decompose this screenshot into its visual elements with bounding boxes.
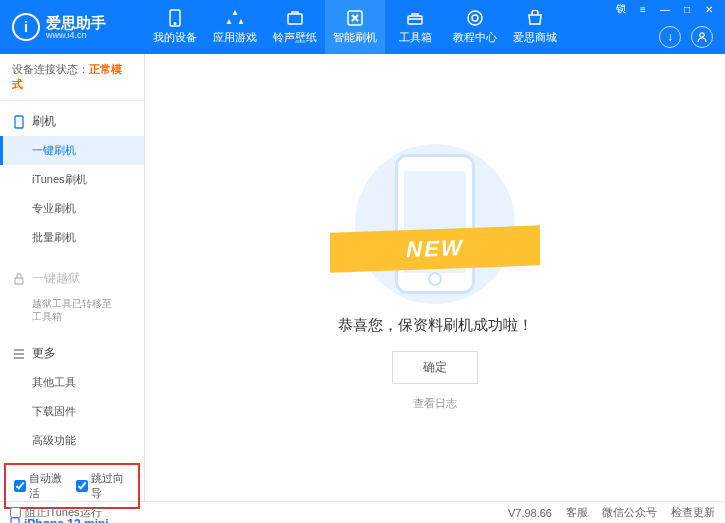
- svg-point-5: [468, 11, 482, 25]
- nav-flash[interactable]: 智能刷机: [325, 0, 385, 54]
- nav-my-device[interactable]: 我的设备: [145, 0, 205, 54]
- main-panel: NEW 恭喜您，保资料刷机成功啦！ 确定 查看日志: [145, 54, 725, 501]
- sidebar-item-pro[interactable]: 专业刷机: [0, 194, 144, 223]
- footer-link-wechat[interactable]: 微信公众号: [602, 505, 657, 520]
- media-icon: [286, 9, 304, 27]
- side-header-label: 一键越狱: [32, 270, 80, 287]
- store-icon: [526, 9, 544, 27]
- brand-name: 爱思助手: [46, 15, 106, 30]
- checkbox-skip-guide[interactable]: 跳过向导: [76, 471, 130, 501]
- flash-icon: [12, 115, 26, 129]
- svg-rect-4: [408, 16, 422, 24]
- checkbox-input[interactable]: [10, 507, 21, 518]
- header: i 爱思助手 www.i4.cn 我的设备 应用游戏 铃声壁纸 智能刷机 工具箱: [0, 0, 725, 54]
- nav-label: 我的设备: [153, 30, 197, 45]
- close-icon[interactable]: ✕: [699, 2, 719, 16]
- svg-rect-9: [15, 278, 23, 284]
- side-header-flash[interactable]: 刷机: [0, 107, 144, 136]
- menu-icon[interactable]: ≡: [633, 2, 653, 16]
- illustration: NEW: [340, 144, 530, 304]
- view-log-link[interactable]: 查看日志: [413, 396, 457, 411]
- top-nav: 我的设备 应用游戏 铃声壁纸 智能刷机 工具箱 教程中心 爱思商城: [145, 0, 565, 54]
- checkbox-auto-activate[interactable]: 自动激活: [14, 471, 68, 501]
- side-header-label: 更多: [32, 345, 56, 362]
- svg-point-6: [472, 15, 478, 21]
- sidebar-item-advanced[interactable]: 高级功能: [0, 426, 144, 455]
- brand-url: www.i4.cn: [46, 30, 106, 40]
- checkbox-row: 自动激活 跳过向导: [4, 463, 140, 509]
- minimize-icon[interactable]: —: [655, 2, 675, 16]
- ribbon-text: NEW: [406, 235, 463, 263]
- tutorial-icon: [466, 9, 484, 27]
- logo-area: i 爱思助手 www.i4.cn: [0, 13, 145, 41]
- svg-point-1: [174, 23, 176, 25]
- nav-toolbox[interactable]: 工具箱: [385, 0, 445, 54]
- maximize-icon[interactable]: □: [677, 2, 697, 16]
- nav-label: 智能刷机: [333, 30, 377, 45]
- ok-button[interactable]: 确定: [392, 351, 478, 384]
- side-header-label: 刷机: [32, 113, 56, 130]
- svg-rect-2: [288, 14, 302, 24]
- sidebar-item-oneclick[interactable]: 一键刷机: [0, 136, 144, 165]
- nav-apps[interactable]: 应用游戏: [205, 0, 265, 54]
- more-icon: [12, 347, 26, 361]
- window-controls: 锁 ≡ — □ ✕: [611, 2, 719, 16]
- sidebar-item-other[interactable]: 其他工具: [0, 368, 144, 397]
- checkbox-input[interactable]: [76, 480, 88, 492]
- checkbox-label: 自动激活: [29, 471, 68, 501]
- footer-link-support[interactable]: 客服: [566, 505, 588, 520]
- sidebar-item-firmware[interactable]: 下载固件: [0, 397, 144, 426]
- side-header-more[interactable]: 更多: [0, 339, 144, 368]
- nav-tutorial[interactable]: 教程中心: [445, 0, 505, 54]
- conn-label: 设备连接状态：: [12, 63, 89, 75]
- checkbox-input[interactable]: [14, 480, 26, 492]
- nav-media[interactable]: 铃声壁纸: [265, 0, 325, 54]
- nav-store[interactable]: 爱思商城: [505, 0, 565, 54]
- user-icon[interactable]: [691, 26, 713, 48]
- block-itunes-checkbox[interactable]: 阻止iTunes运行: [10, 505, 102, 520]
- header-right: ↓: [659, 26, 713, 48]
- footer-link-update[interactable]: 检查更新: [671, 505, 715, 520]
- connection-status: 设备连接状态：正常模式: [0, 54, 144, 101]
- nav-label: 应用游戏: [213, 30, 257, 45]
- nav-label: 教程中心: [453, 30, 497, 45]
- sidebar-item-batch[interactable]: 批量刷机: [0, 223, 144, 252]
- checkbox-label: 跳过向导: [91, 471, 130, 501]
- device-icon: [166, 9, 184, 27]
- success-message: 恭喜您，保资料刷机成功啦！: [338, 316, 533, 335]
- toolbox-icon: [406, 9, 424, 27]
- lock-icon: [12, 272, 26, 286]
- nav-label: 爱思商城: [513, 30, 557, 45]
- checkbox-label: 阻止iTunes运行: [25, 505, 102, 520]
- apps-icon: [226, 9, 244, 27]
- jailbreak-note: 越狱工具已转移至 工具箱: [0, 293, 144, 327]
- flash-icon: [346, 9, 364, 27]
- download-icon[interactable]: ↓: [659, 26, 681, 48]
- sidebar-item-itunes[interactable]: iTunes刷机: [0, 165, 144, 194]
- sidebar: 设备连接状态：正常模式 刷机 一键刷机 iTunes刷机 专业刷机 批量刷机 一…: [0, 54, 145, 501]
- lock-icon[interactable]: 锁: [611, 2, 631, 16]
- svg-rect-8: [15, 116, 23, 128]
- nav-label: 铃声壁纸: [273, 30, 317, 45]
- logo-icon: i: [12, 13, 40, 41]
- nav-label: 工具箱: [399, 30, 432, 45]
- side-header-jailbreak: 一键越狱: [0, 264, 144, 293]
- version-text: V7.98.66: [508, 507, 552, 519]
- svg-point-7: [700, 33, 704, 37]
